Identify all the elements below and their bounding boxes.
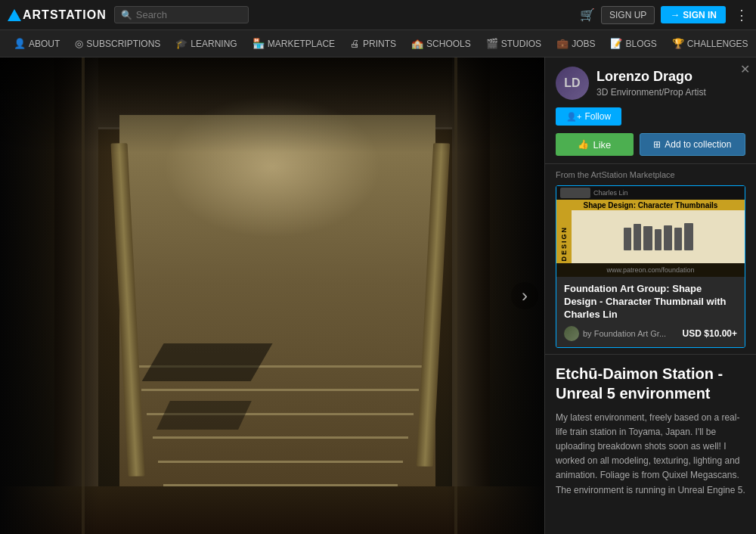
follow-button[interactable]: Follow [556,107,621,126]
nav-item-jobs[interactable]: 💼 JOBS [549,30,603,57]
nav-item-prints[interactable]: 🖨 PRINTS [342,30,404,57]
search-icon: 🔍 [121,10,132,20]
challenges-icon: 🏆 [672,38,684,49]
nav-schools-label: SCHOOLS [426,39,471,49]
secondary-navigation: 👤 ABOUT ◎ SUBSCRIPTIONS 🎓 LEARNING 🏪 MAR… [0,30,756,57]
search-box[interactable]: 🔍 [114,6,249,23]
artist-title: 3D Environment/Prop Artist [596,87,745,98]
card-image-header: Charles Lin [556,186,745,200]
char-2 [634,224,641,250]
schools-icon: 🏫 [411,38,423,49]
add-to-collection-button[interactable]: Add to collection [640,133,745,156]
search-input[interactable] [136,9,242,20]
nav-item-subscriptions[interactable]: ◎ SUBSCRIPTIONS [67,30,168,57]
studios-icon: 🎬 [486,38,498,49]
nav-actions: 🛒 SIGN UP SIGN IN ⋮ [580,6,748,24]
marketplace-label: From the ArtStation Marketplace [556,170,745,179]
next-image-button[interactable]: › [511,282,538,309]
about-icon: 👤 [14,38,26,49]
right-panel: ✕ LD Lorenzo Drago 3D Environment/Prop A… [544,57,756,534]
nav-blogs-label: BLOGS [625,39,656,49]
subscriptions-icon: ◎ [75,38,83,49]
char-3 [643,226,652,250]
description-section: Etchū-Daimon Station - Unreal 5 environm… [545,354,756,507]
cart-icon[interactable]: 🛒 [580,8,595,22]
artist-header: LD Lorenzo Drago 3D Environment/Prop Art… [556,67,745,100]
close-button[interactable]: ✕ [740,62,750,76]
card-author: by Foundation Art Gr... [564,326,666,341]
marketplace-card-info: Foundation Art Group: Shape Design - Cha… [556,277,745,347]
artist-section: LD Lorenzo Drago 3D Environment/Prop Art… [545,57,756,163]
nav-item-learning[interactable]: 🎓 LEARNING [168,30,244,57]
prints-icon: 🖨 [350,38,360,49]
top-navigation: ARTSTATION 🔍 🛒 SIGN UP SIGN IN ⋮ [0,0,756,30]
artist-info: Lorenzo Drago 3D Environment/Prop Artist [596,69,745,98]
like-button[interactable]: Like [556,133,634,156]
nav-studios-label: STUDIOS [501,39,541,49]
main-content: › ✕ LD Lorenzo Drago 3D Environment/Prop… [0,57,756,534]
marketplace-section: From the ArtStation Marketplace Charles … [545,163,756,354]
marketplace-card[interactable]: Charles Lin Shape Design: Character Thum… [556,185,745,348]
jobs-icon: 💼 [556,38,569,49]
artwork-title: Etchū-Daimon Station - Unreal 5 environm… [556,364,745,403]
card-price: USD $10.00+ [683,328,737,339]
card-url-bar: www.patreon.com/foundation [556,263,745,277]
artwork-image [0,57,544,534]
more-menu-icon[interactable]: ⋮ [735,7,748,23]
card-product-title: Foundation Art Group: Shape Design - Cha… [564,283,737,321]
nav-challenges-label: CHALLENGES [687,39,748,49]
nav-marketplace-label: MARKETPLACE [268,39,335,49]
card-header-text: Charles Lin [593,189,628,197]
card-footer: by Foundation Art Gr... USD $10.00+ [564,326,737,341]
artist-avatar: LD [556,67,589,100]
card-title-bar: Shape Design: Character Thumbnails [556,200,745,211]
character-silhouettes [621,220,696,253]
author-avatar [564,326,579,341]
char-5 [664,225,672,250]
learning-icon: 🎓 [175,38,187,49]
card-image-background: Charles Lin Shape Design: Character Thum… [556,186,745,277]
nav-jobs-label: JOBS [572,39,595,49]
card-characters-area [572,210,745,263]
nav-item-about[interactable]: 👤 ABOUT [6,30,67,57]
char-4 [655,229,662,250]
logo-text: ARTSTATION [23,8,107,22]
action-row: Like Add to collection [556,133,745,156]
nav-item-studios[interactable]: 🎬 STUDIOS [479,30,549,57]
author-name: by Foundation Art Gr... [583,329,666,338]
char-1 [624,228,631,250]
marketplace-card-image: Charles Lin Shape Design: Character Thum… [556,186,745,277]
nav-learning-label: LEARNING [191,39,237,49]
marketplace-icon: 🏪 [253,38,265,49]
nav-about-label: ABOUT [29,39,60,49]
logo[interactable]: ARTSTATION [8,8,107,22]
signup-button[interactable]: SIGN UP [601,6,655,24]
logo-icon [8,9,21,21]
card-url-text: www.patreon.com/foundation [606,266,694,274]
nav-item-marketplace[interactable]: 🏪 MARKETPLACE [245,30,342,57]
char-7 [684,223,693,250]
signin-button[interactable]: SIGN IN [661,6,726,23]
nav-item-challenges[interactable]: 🏆 CHALLENGES [665,30,756,57]
card-design-text: DESIGN [560,226,568,262]
nav-item-blogs[interactable]: 📝 BLOGS [603,30,664,57]
artwork-description: My latest environment, freely based on a… [556,411,745,498]
image-viewer[interactable]: › [0,57,544,534]
char-6 [674,228,682,250]
nav-prints-label: PRINTS [363,39,396,49]
artist-name: Lorenzo Drago [596,69,745,85]
nav-item-schools[interactable]: 🏫 SCHOOLS [404,30,479,57]
blogs-icon: 📝 [610,38,622,49]
card-logo [560,188,590,198]
nav-subscriptions-label: SUBSCRIPTIONS [86,39,160,49]
